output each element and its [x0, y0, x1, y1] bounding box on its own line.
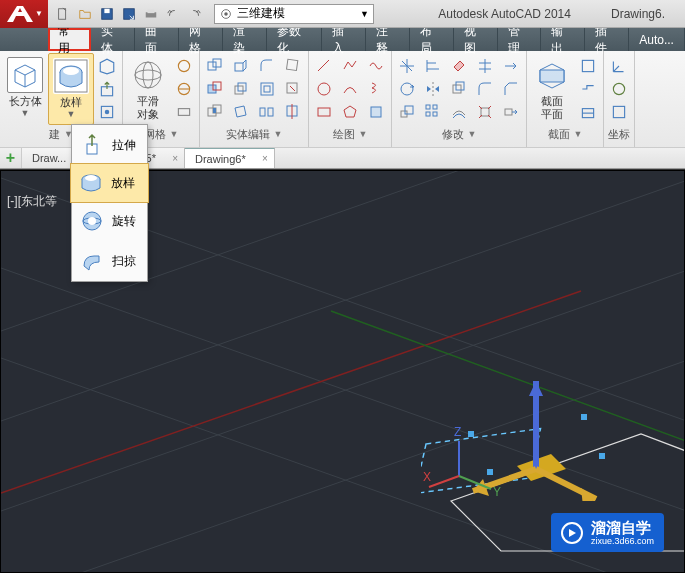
new-drawing-button[interactable]: +	[0, 148, 22, 168]
edit-edges-button[interactable]	[281, 55, 305, 77]
svg-rect-26	[213, 108, 216, 113]
align-button[interactable]	[421, 55, 445, 77]
polygon-button[interactable]	[338, 101, 362, 123]
tab-output[interactable]: 输出	[541, 28, 585, 51]
loft-button[interactable]: 放样 ▼	[48, 53, 94, 125]
polyline-button[interactable]	[338, 55, 362, 77]
tab-render[interactable]: 渲染	[223, 28, 267, 51]
separate-button[interactable]	[255, 101, 279, 123]
ucs-button[interactable]	[607, 55, 631, 77]
fillet-button[interactable]	[473, 78, 497, 100]
extrude-icon	[98, 103, 116, 121]
chamfer-button[interactable]	[499, 78, 523, 100]
tab-parametric[interactable]: 参数化	[267, 28, 322, 51]
svg-rect-29	[238, 83, 246, 91]
dropdown-revolve[interactable]: 旋转	[72, 201, 147, 241]
line-button[interactable]	[312, 55, 336, 77]
dropdown-sweep[interactable]: 扫掠	[72, 241, 147, 281]
taper-face-button[interactable]	[229, 101, 253, 123]
tab-autodesk[interactable]: Auto...	[629, 28, 685, 51]
tab-layout[interactable]: 布局	[410, 28, 454, 51]
close-icon[interactable]: ×	[262, 153, 268, 164]
fillet-edge-button[interactable]	[255, 55, 279, 77]
loft-label: 放样	[60, 96, 82, 109]
new-button[interactable]	[54, 5, 72, 23]
array3d-button[interactable]	[421, 101, 445, 123]
app-menu-button[interactable]: ▼	[0, 0, 48, 28]
box-button[interactable]: 长方体 ▼	[2, 53, 48, 125]
explode-button[interactable]	[473, 101, 497, 123]
shell-button[interactable]	[255, 78, 279, 100]
tab-home[interactable]: 常用	[48, 28, 91, 51]
union-button[interactable]	[203, 55, 227, 77]
offset-button[interactable]	[447, 101, 471, 123]
save-icon	[100, 7, 114, 21]
offset-icon	[450, 103, 468, 121]
save-button[interactable]	[98, 5, 116, 23]
tab-annotate[interactable]: 注释	[366, 28, 410, 51]
mesh-less-button[interactable]	[172, 78, 196, 100]
workspace-selector[interactable]: 三维建模 ▼	[214, 4, 374, 24]
doctab-2[interactable]: Drawing6*×	[185, 148, 275, 168]
svg-point-15	[135, 70, 161, 80]
svg-rect-20	[208, 62, 216, 70]
spline-button[interactable]	[364, 55, 388, 77]
tab-view[interactable]: 视图	[454, 28, 498, 51]
redo-button[interactable]	[186, 5, 204, 23]
title-text: Autodesk AutoCAD 2014 Drawing6.	[438, 7, 665, 21]
scale3d-button[interactable]	[395, 101, 419, 123]
region-button[interactable]	[364, 101, 388, 123]
dropdown-loft[interactable]: 放样	[70, 163, 149, 203]
taper-face-icon	[232, 103, 250, 121]
section-plane-button[interactable]: 截面 平面	[529, 53, 575, 125]
add-jog-button[interactable]	[576, 78, 600, 100]
smooth-icon	[130, 57, 166, 93]
erase-button[interactable]	[447, 55, 471, 77]
rotate3d-button[interactable]	[395, 78, 419, 100]
helix-button[interactable]	[364, 78, 388, 100]
mirror3d-button[interactable]	[421, 78, 445, 100]
tab-manage[interactable]: 管理	[498, 28, 542, 51]
arc-button[interactable]	[338, 78, 362, 100]
slice-button[interactable]	[281, 101, 305, 123]
imprint-button[interactable]	[281, 78, 305, 100]
ucs-world-button[interactable]	[607, 78, 631, 100]
stretch-button[interactable]	[499, 101, 523, 123]
move-gizmo[interactable]: Z X Y	[421, 301, 621, 501]
dropdown-extrude[interactable]: 拉伸	[72, 125, 147, 165]
trim-button[interactable]	[473, 55, 497, 77]
circle-button[interactable]	[312, 78, 336, 100]
extrude-face-button[interactable]	[229, 55, 253, 77]
intersect-button[interactable]	[203, 101, 227, 123]
presspull-button[interactable]	[95, 78, 119, 100]
saveas-button[interactable]	[120, 5, 138, 23]
mesh-refine-button[interactable]	[172, 101, 196, 123]
print-button[interactable]	[142, 5, 160, 23]
smooth-button[interactable]: 平滑 对象	[125, 53, 171, 125]
copy-button[interactable]	[447, 78, 471, 100]
close-icon[interactable]: ×	[172, 153, 178, 164]
copy-icon	[450, 80, 468, 98]
svg-rect-34	[287, 59, 298, 70]
offset-face-button[interactable]	[229, 78, 253, 100]
tab-insert[interactable]: 插入	[322, 28, 366, 51]
tab-surface[interactable]: 曲面	[135, 28, 179, 51]
viewport-label[interactable]: [-][东北等	[7, 193, 57, 210]
polysolid-button[interactable]	[95, 55, 119, 77]
move3d-button[interactable]	[395, 55, 419, 77]
extrude-button[interactable]	[95, 101, 119, 123]
section-plane-icon	[534, 57, 570, 93]
mesh-more-button[interactable]	[172, 55, 196, 77]
extend-button[interactable]	[499, 55, 523, 77]
svg-rect-3	[124, 8, 135, 19]
tab-mesh[interactable]: 网格	[179, 28, 223, 51]
live-section-button[interactable]	[576, 55, 600, 77]
generate-section-button[interactable]	[576, 101, 600, 123]
subtract-button[interactable]	[203, 78, 227, 100]
undo-button[interactable]	[164, 5, 182, 23]
tab-plugins[interactable]: 插件	[585, 28, 629, 51]
ucs-named-button[interactable]	[607, 101, 631, 123]
open-button[interactable]	[76, 5, 94, 23]
tab-solid[interactable]: 实体	[91, 28, 135, 51]
rectangle-button[interactable]	[312, 101, 336, 123]
